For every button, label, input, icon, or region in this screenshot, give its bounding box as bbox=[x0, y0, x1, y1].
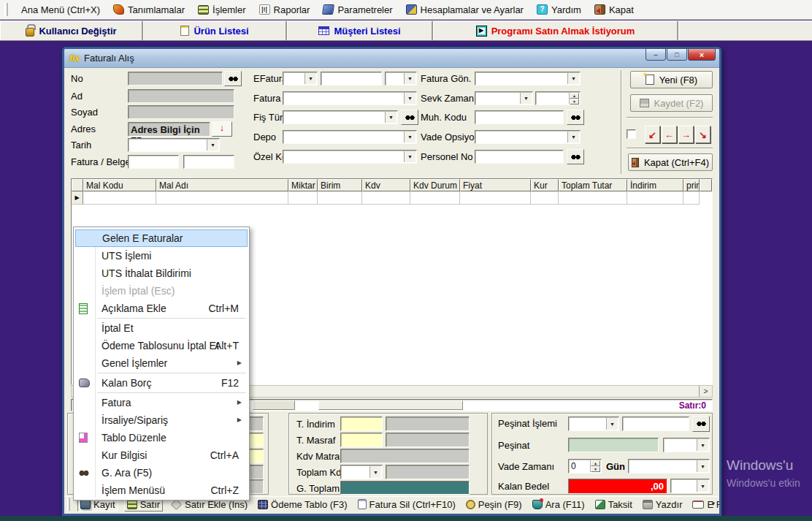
ad-field[interactable] bbox=[128, 89, 234, 103]
grid-header-cell[interactable]: Kdv Durum bbox=[410, 179, 460, 191]
tarih-combo[interactable] bbox=[128, 138, 220, 152]
kaydet-button[interactable]: Kaydet (F2) bbox=[630, 94, 713, 112]
adres-expand-button[interactable]: ↓ bbox=[212, 121, 232, 137]
grid-cell[interactable] bbox=[288, 191, 318, 205]
belge-no-field[interactable] bbox=[183, 155, 234, 169]
toolbar-item-ara[interactable]: Ara (F11) bbox=[530, 498, 587, 512]
product-list-button[interactable]: Ürün Listesi bbox=[143, 21, 287, 40]
grid-cell[interactable] bbox=[531, 191, 559, 205]
scroll-right-arrow[interactable]: > bbox=[699, 386, 712, 397]
grid-cell[interactable] bbox=[559, 191, 627, 205]
menu-parametreler[interactable]: Parametreler bbox=[321, 1, 394, 18]
spin-up-icon[interactable]: ▲ bbox=[570, 93, 579, 99]
menu-item-uts-ithalat[interactable]: UTS İthalat Bildirimi bbox=[74, 265, 249, 282]
toplam-kdv-combo[interactable] bbox=[340, 465, 383, 479]
nav-last-button[interactable]: ↘ bbox=[695, 126, 710, 143]
fatura-no-field[interactable] bbox=[128, 155, 179, 169]
maximize-button[interactable]: □ bbox=[667, 48, 687, 61]
grid-header-cell[interactable]: Birim bbox=[318, 179, 362, 191]
soyad-field[interactable] bbox=[128, 105, 234, 119]
toolbar-item-odeme-tablo[interactable]: Ödeme Tablo (F3) bbox=[256, 498, 350, 512]
menu-item-aciklama-ekle[interactable]: Açıklama Ekle Ctrl+M bbox=[74, 300, 249, 317]
nav-first-button[interactable]: ↙ bbox=[645, 126, 660, 143]
grid-cell[interactable] bbox=[683, 191, 700, 205]
grid-header-cell[interactable]: İndirim bbox=[627, 179, 683, 191]
grid-header-cell[interactable]: Fiyat bbox=[460, 179, 531, 191]
nav-next-button[interactable]: → bbox=[678, 126, 694, 143]
minimize-button[interactable]: – bbox=[646, 48, 666, 61]
muh-kodu-field[interactable] bbox=[475, 110, 564, 124]
grid-header-cell[interactable]: Kur bbox=[531, 179, 559, 191]
efatura-no-combo[interactable] bbox=[385, 72, 417, 85]
kapat-button[interactable]: Kapat (Ctrl+F4) bbox=[628, 153, 713, 171]
nav-prev-button[interactable]: ← bbox=[662, 126, 677, 143]
grid-cell[interactable] bbox=[156, 191, 288, 205]
menu-item-uts-islemi[interactable]: UTS İşlemi bbox=[74, 247, 249, 265]
menu-yardim[interactable]: ?Yardım bbox=[535, 1, 583, 18]
change-user-button[interactable]: Kullanıcı Değiştir bbox=[0, 21, 143, 40]
menu-item-odeme-tablosunu-iptal[interactable]: Ödeme Tablosunu İptal Et Alt+T bbox=[74, 337, 249, 354]
pesinat-islemi-field[interactable] bbox=[622, 417, 689, 431]
buy-program-button[interactable]: ▶ Programı Satın Almak İstiyorum bbox=[433, 21, 678, 40]
muh-kodu-search-button[interactable] bbox=[567, 110, 584, 125]
menu-hesaplamalar[interactable]: Hesaplamalar ve Ayarlar bbox=[405, 1, 525, 18]
spin-up-icon[interactable]: ▲ bbox=[591, 460, 600, 466]
personel-no-field[interactable] bbox=[475, 150, 564, 164]
yeni-button[interactable]: Yeni (F8) bbox=[630, 71, 713, 88]
efatura-no-field[interactable] bbox=[321, 72, 382, 85]
menu-kapat[interactable]: Kapat bbox=[593, 1, 635, 18]
spin-down-icon[interactable]: ▼ bbox=[570, 99, 579, 104]
grid-cell[interactable] bbox=[362, 191, 410, 205]
grid-cell[interactable] bbox=[460, 191, 531, 205]
toolbar-item-efatura-gonder[interactable]: E Fatura Gönder bbox=[690, 498, 719, 512]
grid-header-cell[interactable]: Mal Kodu bbox=[83, 179, 156, 191]
fatura-tarihi-combo[interactable] bbox=[283, 91, 417, 105]
toolbar-item-taksit[interactable]: Taksit bbox=[593, 498, 635, 512]
menu-item-kur-bilgisi[interactable]: Kur Bilgisi Ctrl+A bbox=[74, 446, 249, 464]
record-checkbox[interactable] bbox=[627, 129, 636, 139]
grid-header-cell[interactable]: Mal Adı bbox=[156, 179, 288, 191]
vade-opsiyonu-combo[interactable] bbox=[475, 130, 581, 144]
menu-raporlar[interactable]: |!|Raporlar bbox=[258, 1, 312, 18]
fatura-gon-combo[interactable] bbox=[475, 72, 581, 85]
pesinat-islemi-combo[interactable] bbox=[568, 417, 619, 431]
fis-turu-search-button[interactable] bbox=[401, 110, 418, 125]
menu-item-kalan-borc[interactable]: Kalan Borç F12 bbox=[74, 374, 249, 392]
window-titlebar[interactable]: fix Faturalı Alış – □ × bbox=[64, 49, 719, 68]
menu-ana-menu[interactable]: Ana Menü (Ctrl+X) bbox=[20, 1, 102, 18]
vade-zamani-spinner[interactable]: 0 ▲▼ bbox=[568, 459, 602, 474]
menu-item-tablo-duzenle[interactable]: Tablo Düzenle bbox=[74, 429, 249, 446]
grid-cell[interactable] bbox=[627, 191, 683, 205]
toolbar-item-yazdir[interactable]: Yazdır bbox=[640, 498, 685, 512]
sevk-zamani-combo[interactable] bbox=[475, 91, 533, 105]
t-masraf-input[interactable] bbox=[340, 433, 383, 447]
depo-combo[interactable] bbox=[283, 130, 417, 144]
fis-turu-combo[interactable] bbox=[283, 110, 398, 124]
close-button[interactable]: × bbox=[688, 48, 716, 61]
grid-header-cell[interactable]: prim bbox=[683, 179, 700, 191]
spin-down-icon[interactable]: ▼ bbox=[591, 466, 600, 472]
menu-islemler[interactable]: İşlemler bbox=[196, 1, 248, 18]
toolbar-overflow-icon[interactable]: ▾ bbox=[711, 500, 715, 507]
menu-tanimlamalar[interactable]: Tanımlamalar bbox=[112, 1, 186, 18]
menu-item-islem-menusu[interactable]: İşlem Menüsü Ctrl+Z bbox=[74, 482, 249, 499]
toolbar-item-fatura-sil[interactable]: Fatura Sil (Ctrl+F10) bbox=[356, 498, 458, 512]
pesinat-combo[interactable] bbox=[663, 438, 710, 452]
no-search-button[interactable] bbox=[224, 71, 242, 86]
grid-header-cell[interactable]: Kdv bbox=[362, 179, 410, 191]
sevk-zamani-spinner[interactable]: ▲▼ bbox=[535, 91, 581, 105]
pesinat-field[interactable] bbox=[568, 438, 659, 452]
vade-zamani-combo[interactable] bbox=[628, 459, 710, 474]
ozel-kod-combo[interactable] bbox=[283, 150, 417, 164]
grid-cell[interactable] bbox=[318, 191, 362, 205]
t-indirim-input[interactable] bbox=[340, 417, 383, 431]
no-field[interactable] bbox=[128, 72, 223, 85]
menu-item-irsaliye-siparis[interactable]: İrsaliye/Sipariş bbox=[74, 411, 249, 429]
customer-list-button[interactable]: Müşteri Listesi bbox=[287, 21, 433, 40]
grid-cell[interactable] bbox=[83, 191, 156, 205]
toolbar-item-pesin[interactable]: Peşin (F9) bbox=[464, 498, 524, 512]
pesinat-search-button[interactable] bbox=[692, 416, 710, 432]
personel-no-search-button[interactable] bbox=[567, 149, 584, 164]
grid-header-cell[interactable]: Miktar bbox=[288, 179, 318, 191]
adres-field[interactable]: Adres Bilgi İçin F5 bbox=[128, 122, 210, 137]
